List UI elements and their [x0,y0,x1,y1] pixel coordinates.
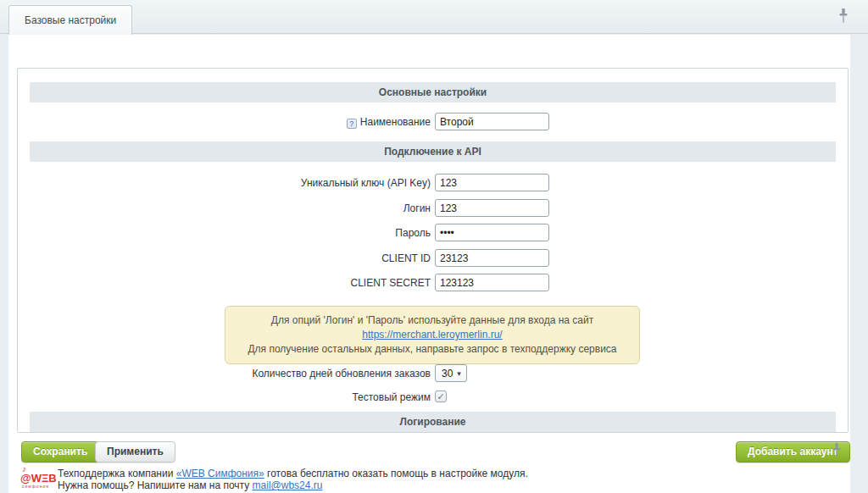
logo-subtext: симфония [22,484,49,489]
apply-button[interactable]: Применить [95,441,175,463]
tab-basic-settings[interactable]: Базовые настройки [8,5,132,35]
client-secret-input[interactable] [435,274,549,291]
mail-link[interactable]: mail@wbs24.ru [253,479,323,491]
name-label-text: Наименование [360,116,431,128]
order-days-value: 30 [442,368,453,379]
field-row-login: Логин [18,199,848,218]
tab-strip: Базовые настройки [0,0,868,34]
pin-icon[interactable] [837,8,849,26]
support-line1: Техподдержка компании [58,468,176,479]
section-title: Логирование [400,416,466,428]
field-row-order-days: Количество дней обновления заказов 30 ▾ [18,364,848,383]
api-key-input[interactable] [435,174,549,191]
name-input[interactable] [435,113,549,130]
api-key-label: Уникальный ключ (API Key) [18,174,431,192]
web-symphony-logo[interactable]: ♪ @WΞB симфония [20,468,56,490]
support-line1-suffix: готова бесплатно оказать помощь в настро… [264,468,528,479]
login-input[interactable] [435,199,549,217]
name-label: ?Наименование [18,113,431,131]
help-icon[interactable]: ? [347,119,357,129]
password-input[interactable] [435,224,549,241]
field-row-test-mode: Тестовый режим ✓ [18,388,848,407]
note-line2: Для получение остальных данных, направьт… [248,343,616,355]
client-id-input[interactable] [435,249,549,267]
password-label: Пароль [18,224,431,242]
web-symphony-link[interactable]: «WEB Симфония» [176,468,264,479]
settings-form-panel: Основные настройки ?Наименование Подключ… [17,68,849,433]
section-header-api: Подключение к API [30,141,836,162]
support-line2: Нужна помощь? Напишите нам на почту [58,479,253,491]
test-mode-label: Тестовый режим [18,388,431,407]
note-line1: Для опций 'Логин' и 'Пароль' используйте… [271,314,593,326]
order-days-select[interactable]: 30 ▾ [435,364,467,382]
test-mode-checkbox[interactable]: ✓ [435,391,447,402]
merchant-link[interactable]: https://merchant.leroymerlin.ru/ [362,329,502,341]
order-days-label: Количество дней обновления заказов [18,364,431,383]
chevron-down-icon: ▾ [457,369,461,378]
settings-page: Основные настройки ?Наименование Подключ… [8,35,850,493]
section-title: Основные настройки [379,86,487,98]
save-button[interactable]: Сохранить [21,441,99,463]
field-row-client-id: CLIENT ID [18,249,848,268]
help-note: Для опций 'Логин' и 'Пароль' используйте… [225,306,640,364]
section-header-logging: Логирование [30,412,836,432]
login-label: Логин [18,199,431,218]
tab-label: Базовые настройки [25,14,116,26]
field-row-api-key: Уникальный ключ (API Key) [18,174,848,192]
pin-icon[interactable] [831,442,843,461]
logo-text: @WΞB [20,472,57,485]
support-text: Техподдержка компании «WEB Симфония» гот… [58,468,528,491]
field-row-name: ?Наименование [18,113,848,131]
field-row-client-secret: CLIENT SECRET [18,274,848,292]
field-row-password: Пароль [18,224,848,242]
client-secret-label: CLIENT SECRET [18,274,431,292]
client-id-label: CLIENT ID [18,249,431,268]
section-header-main: Основные настройки [30,82,836,102]
section-title: Подключение к API [384,146,481,158]
